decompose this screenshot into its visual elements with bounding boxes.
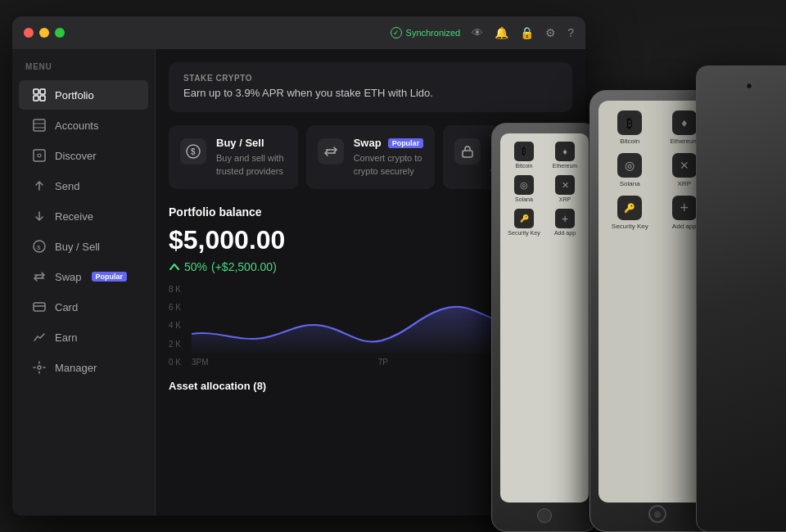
up-arrow-icon [169, 261, 180, 273]
swap-card-title: Swap Popular [354, 137, 424, 149]
device-flex: ₿ Bitcoin ♦ Ethereum ◎ Solana ✕ XRP 🔑 [491, 123, 598, 532]
minimize-button[interactable] [39, 28, 49, 38]
devices-overlay: ₿ Bitcoin ♦ Ethereum ◎ Solana ✕ XRP 🔑 [483, 41, 786, 532]
help-icon[interactable]: ? [567, 26, 574, 39]
portfolio-icon [32, 88, 47, 102]
y-label-4k: 4 K [169, 321, 181, 330]
svg-rect-7 [34, 150, 45, 161]
sidebar-item-receive[interactable]: Receive [19, 201, 148, 231]
buy-sell-card-desc: Buy and sell with trusted providers [216, 152, 287, 178]
y-label-2k: 2 K [169, 340, 181, 349]
svg-rect-16 [463, 151, 472, 157]
y-label-8k: 8 K [169, 285, 181, 294]
sync-icon: ✓ [391, 27, 402, 38]
svg-text:$: $ [37, 244, 41, 251]
sidebar-swap-label: Swap [55, 271, 82, 283]
feature-card-swap[interactable]: Swap Popular Convert crypto to crypto se… [306, 125, 436, 189]
svg-rect-0 [34, 89, 38, 94]
svg-rect-4 [34, 119, 45, 131]
buy-sell-card-icon: $ [180, 138, 206, 165]
stake-card-icon [454, 138, 481, 165]
swap-card-badge: Popular [388, 138, 424, 148]
sidebar-manager-label: Manager [55, 362, 97, 374]
eye-icon[interactable]: 👁 [472, 26, 483, 39]
menu-label: MENU [12, 62, 155, 79]
x-label-7p: 7P [378, 358, 388, 367]
svg-point-13 [38, 366, 41, 369]
sidebar-item-earn[interactable]: Earn [19, 322, 148, 352]
sidebar-item-accounts[interactable]: Accounts [19, 110, 148, 140]
sidebar-accounts-label: Accounts [55, 119, 98, 132]
send-icon [32, 178, 47, 193]
svg-rect-11 [34, 303, 45, 311]
nano-camera [746, 83, 752, 89]
svg-rect-2 [34, 96, 38, 101]
svg-rect-1 [40, 89, 45, 94]
sidebar-item-discover[interactable]: Discover [19, 141, 148, 170]
svg-rect-3 [40, 96, 45, 101]
card-icon [32, 300, 47, 314]
svg-text:$: $ [191, 147, 196, 156]
swap-card-icon [318, 138, 344, 165]
discover-icon [32, 148, 47, 163]
accounts-icon [32, 118, 47, 133]
y-label-6k: 6 K [169, 303, 181, 312]
close-button[interactable] [24, 28, 34, 38]
sidebar-item-card[interactable]: Card [19, 292, 148, 322]
sidebar: MENU Portfolio [12, 49, 156, 516]
lock-icon[interactable]: 🔒 [520, 26, 534, 39]
change-percent: 50% [184, 260, 207, 273]
svg-point-8 [38, 154, 41, 157]
device-flex-button [537, 508, 552, 523]
sidebar-item-send[interactable]: Send [19, 171, 148, 201]
maximize-button[interactable] [55, 28, 65, 38]
buy-sell-icon: $ [32, 239, 47, 254]
device-nano-x: LEDGER [696, 65, 786, 532]
sidebar-discover-label: Discover [55, 150, 97, 162]
sidebar-receive-label: Receive [55, 210, 93, 223]
swap-popular-badge: Popular [92, 272, 128, 282]
sidebar-buysell-label: Buy / Sell [55, 241, 100, 253]
earn-icon [32, 330, 47, 345]
y-label-0k: 0 K [169, 358, 181, 367]
feature-card-buy-sell[interactable]: $ Buy / Sell Buy and sell with trusted p… [169, 125, 298, 189]
manager-icon [32, 360, 47, 375]
receive-icon [32, 209, 47, 223]
sidebar-card-label: Card [55, 301, 78, 313]
device-flex-screen: ₿ Bitcoin ♦ Ethereum ◎ Solana ✕ XRP 🔑 [500, 133, 589, 503]
bell-icon[interactable]: 🔔 [495, 26, 508, 39]
device-stax-fingerprint: ◎ [648, 505, 666, 523]
sidebar-send-label: Send [55, 180, 79, 192]
swap-icon [32, 269, 47, 284]
x-label-3pm: 3PM [192, 358, 209, 367]
sync-status: ✓ Synchronized [391, 27, 461, 38]
swap-card-desc: Convert crypto to crypto securely [354, 152, 424, 178]
sidebar-earn-label: Earn [55, 331, 77, 344]
sidebar-item-manager[interactable]: Manager [19, 353, 148, 382]
settings-icon[interactable]: ⚙ [545, 26, 556, 39]
change-amount: (+$2,500.00) [211, 260, 277, 273]
sidebar-portfolio-label: Portfolio [55, 89, 94, 101]
titlebar-actions: ✓ Synchronized 👁 🔔 🔒 ⚙ ? [391, 26, 574, 39]
sync-label: Synchronized [406, 28, 461, 38]
sidebar-item-buy-sell[interactable]: $ Buy / Sell [19, 232, 148, 261]
sidebar-item-swap[interactable]: Swap Popular [19, 262, 148, 291]
sidebar-item-portfolio[interactable]: Portfolio [19, 80, 148, 110]
chart-y-axis: 8 K 6 K 4 K 2 K 0 K [169, 285, 181, 367]
traffic-lights [24, 28, 65, 38]
buy-sell-card-title: Buy / Sell [216, 137, 287, 149]
